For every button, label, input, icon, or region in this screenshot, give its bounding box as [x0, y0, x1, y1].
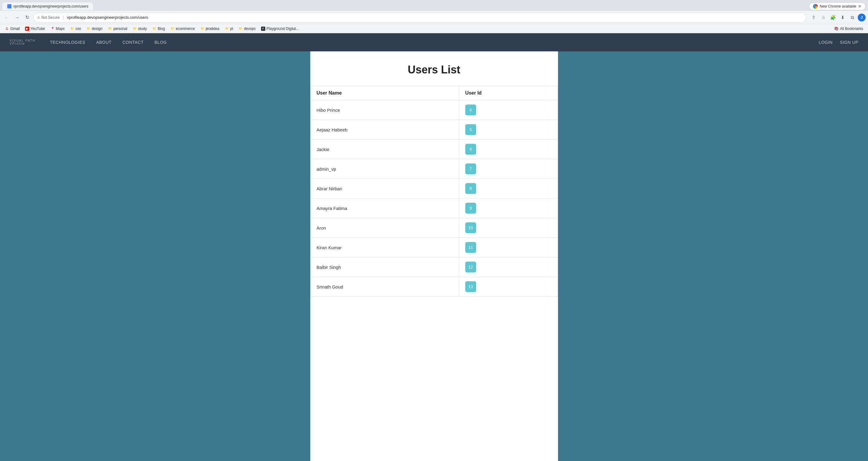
- bookmark-devops-label: devops: [244, 27, 256, 31]
- bookmark-maps[interactable]: 📍 Maps: [48, 26, 67, 32]
- ecommerce-favicon: 📁: [170, 27, 175, 31]
- not-secure-indicator: ⚠ Not Secure: [37, 16, 60, 20]
- user-name-cell: Abrar Nirban: [310, 179, 459, 198]
- not-secure-label: Not Secure: [41, 16, 60, 20]
- gmail-favicon: G: [5, 27, 9, 31]
- bookmark-ecommerce[interactable]: 📁 ecommerce: [168, 26, 197, 32]
- bookmark-pi[interactable]: 📁 pi: [222, 26, 235, 32]
- devops-favicon: 📁: [238, 27, 243, 31]
- table-row[interactable]: Aron10: [310, 218, 558, 238]
- new-chrome-label: New Chrome available: [820, 4, 856, 8]
- toolbar-icons: ⇧ ☆ 🧩 ⬇ ⧉ J: [809, 13, 866, 22]
- user-id-badge: 7: [465, 163, 476, 174]
- user-name-cell: Hibo Prince: [310, 100, 459, 120]
- user-id-cell: 9: [459, 198, 558, 218]
- table-row[interactable]: Aejaaz Habeeb5: [310, 120, 558, 140]
- back-button[interactable]: ←: [2, 13, 11, 22]
- maps-favicon: 📍: [51, 27, 55, 31]
- download-button[interactable]: ⬇: [838, 13, 847, 22]
- site-logo[interactable]: VISUAL PATH VProfile: [10, 39, 35, 45]
- forward-button[interactable]: →: [13, 13, 21, 22]
- user-id-cell: 5: [459, 120, 558, 140]
- nav-technologies[interactable]: TECHNOLOGIES: [50, 40, 85, 45]
- users-table: User Name User Id Hibo Prince4Aejaaz Hab…: [310, 86, 558, 297]
- bookmark-playground[interactable]: P Playground Digital...: [259, 26, 301, 32]
- profile-button[interactable]: J: [858, 13, 866, 22]
- site-navigation: VISUAL PATH VProfile TECHNOLOGIES ABOUT …: [0, 33, 868, 51]
- bookmark-button[interactable]: ☆: [819, 13, 828, 22]
- jeralidea-favicon: 📁: [200, 27, 205, 31]
- bookmark-playground-label: Playground Digital...: [267, 27, 299, 31]
- bookmark-study[interactable]: 📁 study: [130, 26, 149, 32]
- table-row[interactable]: Balbir Singh12: [310, 257, 558, 277]
- address-divider: |: [63, 15, 64, 20]
- user-id-cell: 6: [459, 140, 558, 159]
- col-username: User Name: [310, 86, 459, 100]
- user-id-badge: 4: [465, 104, 476, 115]
- nav-about[interactable]: ABOUT: [96, 40, 112, 45]
- nav-blog[interactable]: BLOG: [154, 40, 167, 45]
- table-row[interactable]: Abrar Nirban8: [310, 179, 558, 198]
- user-name-cell: admin_vp: [310, 159, 459, 179]
- extensions-button[interactable]: 🧩: [829, 13, 837, 22]
- user-id-cell: 12: [459, 257, 558, 277]
- tab-favicon: [7, 4, 11, 8]
- bookmark-jeralidea[interactable]: 📁 jeralidea: [198, 26, 222, 32]
- user-name-cell: Aron: [310, 218, 459, 238]
- personal-favicon: 📁: [108, 27, 112, 31]
- table-row[interactable]: Srinath Goud13: [310, 277, 558, 297]
- signup-link[interactable]: SIGN UP: [840, 40, 858, 45]
- user-id-badge: 10: [465, 222, 476, 233]
- bookmark-blog-label: Blog: [158, 27, 165, 31]
- bookmark-personal[interactable]: 📁 personal: [105, 26, 130, 32]
- reload-button[interactable]: ↻: [23, 13, 31, 22]
- split-button[interactable]: ⧉: [848, 13, 857, 22]
- address-text: vprofileapp.devopsengineerprojects.com/u…: [67, 15, 148, 20]
- user-name-cell: Balbir Singh: [310, 257, 459, 277]
- user-id-badge: 12: [465, 262, 476, 273]
- user-id-cell: 11: [459, 238, 558, 257]
- tab-bar: vprofileapp.devopsengineerprojects.com/u…: [0, 0, 868, 11]
- bookmark-design-label: design: [92, 27, 102, 31]
- user-id-cell: 13: [459, 277, 558, 297]
- nav-contact[interactable]: CONTACT: [122, 40, 144, 45]
- user-id-badge: 13: [465, 281, 476, 292]
- share-button[interactable]: ⇧: [809, 13, 818, 22]
- bookmark-blog[interactable]: 📁 Blog: [150, 26, 167, 32]
- bookmark-ecommerce-label: ecommerce: [176, 27, 195, 31]
- pi-favicon: 📁: [225, 27, 229, 31]
- user-name-cell: Aejaaz Habeeb: [310, 120, 459, 140]
- bookmark-gmail[interactable]: G Gmail: [2, 26, 22, 32]
- design-favicon: 📁: [86, 27, 91, 31]
- new-chrome-notification[interactable]: New Chrome available ✕: [809, 2, 866, 10]
- notification-close[interactable]: ✕: [858, 4, 862, 9]
- bookmark-devops[interactable]: 📁 devops: [236, 26, 258, 32]
- browser-chrome: vprofileapp.devopsengineerprojects.com/u…: [0, 0, 868, 33]
- login-link[interactable]: LOGIN: [819, 40, 833, 45]
- study-favicon: 📁: [133, 27, 137, 31]
- active-tab[interactable]: vprofileapp.devopsengineerprojects.com/u…: [2, 2, 93, 10]
- table-row[interactable]: Hibo Prince4: [310, 100, 558, 120]
- playground-favicon: P: [261, 27, 265, 31]
- user-id-cell: 4: [459, 100, 558, 120]
- lock-icon: ⚠: [37, 16, 40, 19]
- bookmark-youtube[interactable]: ▶ YouTube: [23, 26, 47, 32]
- bookmark-css[interactable]: 📁 css: [68, 26, 83, 32]
- bookmark-personal-label: personal: [113, 27, 127, 31]
- content-card: Users List User Name User Id Hibo Prince…: [310, 51, 558, 461]
- user-id-badge: 8: [465, 183, 476, 194]
- bookmark-maps-label: Maps: [56, 27, 65, 31]
- address-bar[interactable]: ⚠ Not Secure | vprofileapp.devopsenginee…: [33, 13, 806, 22]
- user-name-cell: Kiran Kumar: [310, 238, 459, 257]
- table-row[interactable]: Jackie6: [310, 140, 558, 159]
- table-row[interactable]: admin_vp7: [310, 159, 558, 179]
- bookmark-css-label: css: [75, 27, 81, 31]
- logo-sub: VProfile: [10, 42, 35, 45]
- table-row[interactable]: Kiran Kumar11: [310, 238, 558, 257]
- browser-toolbar: ← → ↻ ⚠ Not Secure | vprofileapp.devopse…: [0, 11, 868, 24]
- table-row[interactable]: Amayra Fatima9: [310, 198, 558, 218]
- all-bookmarks[interactable]: 📚 All Bookmarks: [832, 26, 866, 32]
- bookmark-design[interactable]: 📁 design: [84, 26, 105, 32]
- bookmark-gmail-label: Gmail: [10, 27, 20, 31]
- user-id-cell: 7: [459, 159, 558, 179]
